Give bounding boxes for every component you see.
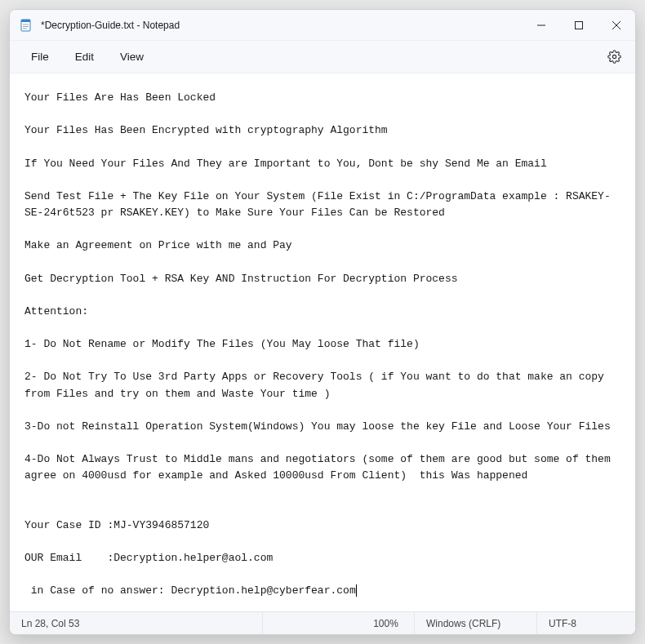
window-controls xyxy=(523,10,635,40)
status-zoom[interactable]: 100% xyxy=(358,612,415,634)
menu-edit[interactable]: Edit xyxy=(62,46,107,68)
menu-file[interactable]: File xyxy=(18,46,62,68)
settings-button[interactable] xyxy=(601,44,627,70)
editor-content: Your Files Are Has Been Locked Your File… xyxy=(24,91,617,597)
notepad-window: *Decryption-Guide.txt - Notepad File Edi… xyxy=(9,9,636,635)
svg-point-9 xyxy=(612,55,616,58)
window-title: *Decryption-Guide.txt - Notepad xyxy=(41,20,523,31)
status-lineending[interactable]: Windows (CRLF) xyxy=(415,612,537,634)
close-button[interactable] xyxy=(598,10,635,40)
notepad-icon xyxy=(20,19,33,32)
minimize-button[interactable] xyxy=(523,10,560,40)
maximize-button[interactable] xyxy=(560,10,598,40)
text-caret xyxy=(356,584,357,597)
status-position[interactable]: Ln 28, Col 53 xyxy=(10,612,263,634)
text-editor[interactable]: Your Files Are Has Been Locked Your File… xyxy=(10,73,635,611)
statusbar: Ln 28, Col 53 100% Windows (CRLF) UTF-8 xyxy=(10,611,635,634)
status-encoding[interactable]: UTF-8 xyxy=(537,612,635,634)
svg-rect-1 xyxy=(21,20,30,22)
menu-view[interactable]: View xyxy=(107,46,157,68)
svg-rect-6 xyxy=(576,21,583,29)
menubar: File Edit View xyxy=(10,41,635,73)
titlebar[interactable]: *Decryption-Guide.txt - Notepad xyxy=(10,10,635,41)
